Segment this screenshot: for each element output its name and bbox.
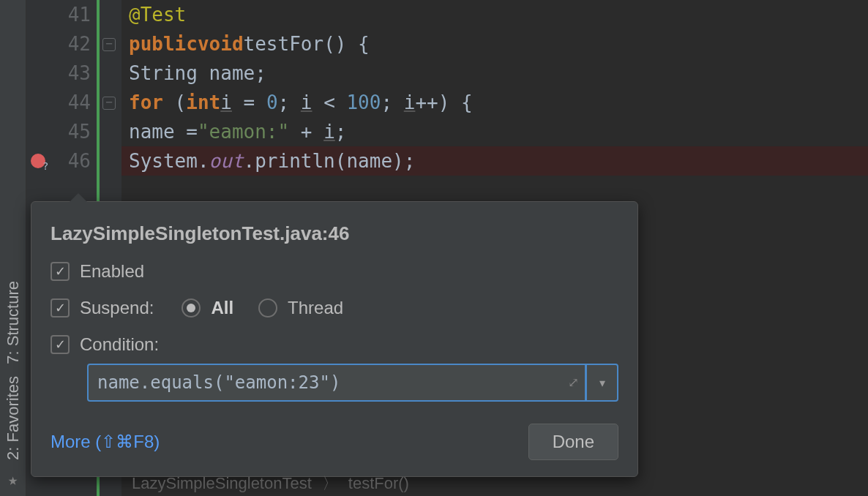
suspend-all-radio[interactable] (182, 298, 201, 317)
breadcrumb-class[interactable]: LazySimpleSingletonTest (132, 474, 312, 493)
line-number: 42 (61, 33, 91, 55)
fold-toggle-icon[interactable]: − (102, 97, 116, 110)
breadcrumb-method[interactable]: testFor() (348, 474, 409, 493)
structure-tab[interactable]: 7: Structure (4, 275, 23, 370)
popup-title: LazySimpleSingletonTest.java:46 (50, 222, 618, 245)
line-number: 45 (61, 121, 91, 143)
suspend-all-label: All (211, 298, 233, 318)
line-number: 41 (61, 4, 91, 26)
star-icon: ★ (8, 466, 18, 493)
fold-toggle-icon[interactable]: − (102, 38, 116, 51)
suspend-checkbox[interactable]: ✓ (50, 298, 70, 317)
enabled-label: Enabled (80, 261, 144, 282)
chevron-right-icon: 〉 (322, 473, 338, 495)
line-number: 43 (61, 62, 91, 84)
suspend-thread-label: Thread (288, 298, 343, 318)
structure-tab-label: 7: Structure (4, 281, 23, 364)
favorites-tab-label: 2: Favorites (4, 376, 23, 460)
line-number: 46 (61, 150, 91, 172)
enabled-checkbox[interactable]: ✓ (50, 262, 70, 281)
expand-icon[interactable]: ⤢ (568, 375, 579, 391)
more-link[interactable]: More (⇧⌘F8) (50, 432, 160, 452)
breakpoint-settings-popup: LazySimpleSingletonTest.java:46 ✓ Enable… (31, 201, 638, 477)
favorites-tab[interactable]: 2: Favorites (4, 370, 23, 466)
breadcrumbs: LazySimpleSingletonTest 〉 testFor() (132, 473, 409, 495)
done-button[interactable]: Done (528, 424, 618, 460)
suspend-label: Suspend: (80, 298, 154, 318)
line-number: 44 (61, 91, 91, 113)
breakpoint-condition-marker-icon: ? (42, 160, 48, 172)
condition-history-dropdown[interactable]: ▾ (586, 364, 618, 402)
condition-input[interactable] (87, 364, 586, 402)
tool-window-tabs: 7: Structure 2: Favorites ★ (0, 0, 26, 496)
annotation: @Test (129, 4, 186, 26)
condition-label: Condition: (80, 334, 159, 355)
suspend-thread-radio[interactable] (258, 298, 277, 317)
condition-checkbox[interactable]: ✓ (50, 335, 70, 354)
